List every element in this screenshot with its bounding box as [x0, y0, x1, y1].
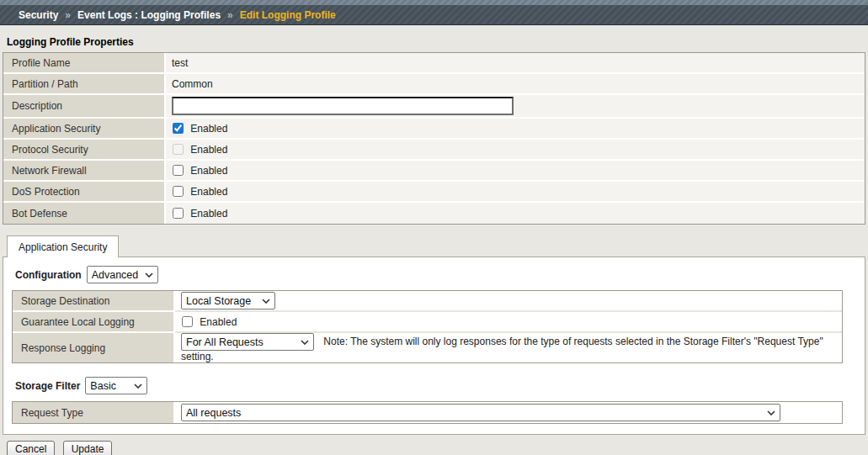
storage-filter-select[interactable]: Basic [85, 377, 147, 394]
configuration-table: Storage Destination Local Storage Guaran… [12, 290, 843, 363]
enabled-label: Enabled [190, 186, 227, 198]
configuration-label: Configuration [15, 269, 82, 281]
guarantee-local-logging-label: Guarantee Local Logging [13, 312, 175, 333]
application-security-panel: Configuration Advanced Storage Destinati… [3, 257, 865, 435]
storage-filter-label: Storage Filter [15, 380, 80, 392]
breadcrumb: Security » Event Logs : Logging Profiles… [0, 5, 868, 25]
dos-protection-checkbox[interactable] [173, 186, 184, 197]
enabled-label: Enabled [190, 144, 227, 156]
storage-destination-select[interactable]: Local Storage [181, 292, 275, 310]
configuration-select-value: Advanced [92, 269, 139, 281]
dos-protection-label: DoS Protection [3, 182, 166, 203]
guarantee-local-logging-checkbox[interactable] [182, 316, 193, 327]
chevron-down-icon [134, 384, 142, 389]
chevron-down-icon [767, 410, 775, 415]
application-security-checkbox[interactable] [173, 123, 184, 134]
enabled-label: Enabled [190, 123, 227, 135]
request-type-select[interactable]: All requests [181, 404, 780, 421]
table-row: Description [3, 95, 865, 119]
breadcrumb-item-current: Edit Logging Profile [240, 9, 336, 21]
logging-profile-properties-table: Profile Name test Partition / Path Commo… [3, 52, 865, 225]
chevron-down-icon [301, 340, 309, 345]
application-security-label: Application Security [3, 119, 166, 140]
table-row: Storage Destination Local Storage [13, 291, 842, 312]
partition-path-value: Common [166, 74, 865, 95]
table-row: Partition / Path Common [3, 74, 865, 95]
breadcrumb-separator-icon: » [227, 9, 233, 21]
breadcrumb-item-event-logs[interactable]: Event Logs : Logging Profiles [77, 9, 221, 21]
table-row: Application Security Enabled [3, 119, 865, 140]
table-row: DoS Protection Enabled [3, 182, 865, 203]
enabled-label: Enabled [190, 208, 227, 220]
bot-defense-checkbox[interactable] [173, 208, 184, 219]
response-logging-label: Response Logging [13, 333, 175, 362]
profile-name-value: test [166, 53, 865, 74]
table-row: Profile Name test [3, 53, 865, 74]
configuration-select[interactable]: Advanced [87, 266, 159, 283]
table-row: Guarantee Local Logging Enabled [13, 312, 842, 333]
cancel-button[interactable]: Cancel [7, 441, 55, 455]
enabled-label: Enabled [190, 165, 227, 177]
chevron-down-icon [145, 272, 153, 278]
network-firewall-label: Network Firewall [3, 161, 166, 182]
protocol-security-label: Protocol Security [3, 140, 166, 161]
description-input[interactable] [172, 97, 514, 115]
table-row: Protocol Security Enabled [3, 140, 865, 161]
request-type-label: Request Type [13, 402, 175, 423]
table-row: Response Logging For All Requests Note: … [13, 333, 842, 362]
table-row: Request Type All requests [13, 402, 842, 423]
profile-name-label: Profile Name [3, 53, 166, 74]
tab-application-security[interactable]: Application Security [7, 235, 119, 257]
network-firewall-checkbox[interactable] [173, 165, 184, 176]
enabled-label: Enabled [200, 316, 237, 328]
protocol-security-checkbox [173, 144, 184, 155]
storage-destination-label: Storage Destination [13, 291, 175, 312]
storage-destination-select-value: Local Storage [186, 295, 251, 307]
partition-path-label: Partition / Path [3, 74, 166, 95]
response-logging-select-value: For All Requests [186, 336, 264, 348]
update-button[interactable]: Update [63, 441, 113, 455]
table-row: Bot Defense Enabled [3, 203, 865, 224]
breadcrumb-item-security[interactable]: Security [19, 9, 58, 21]
breadcrumb-separator-icon: » [65, 9, 71, 21]
table-row: Network Firewall Enabled [3, 161, 865, 182]
request-type-select-value: All requests [186, 407, 241, 419]
chevron-down-icon [262, 299, 270, 304]
page-title: Logging Profile Properties [7, 36, 868, 48]
bot-defense-label: Bot Defense [3, 203, 166, 224]
storage-filter-table: Request Type All requests [12, 401, 843, 424]
response-logging-select[interactable]: For All Requests [181, 333, 314, 351]
storage-filter-select-value: Basic [90, 380, 116, 392]
description-label: Description [3, 95, 166, 119]
